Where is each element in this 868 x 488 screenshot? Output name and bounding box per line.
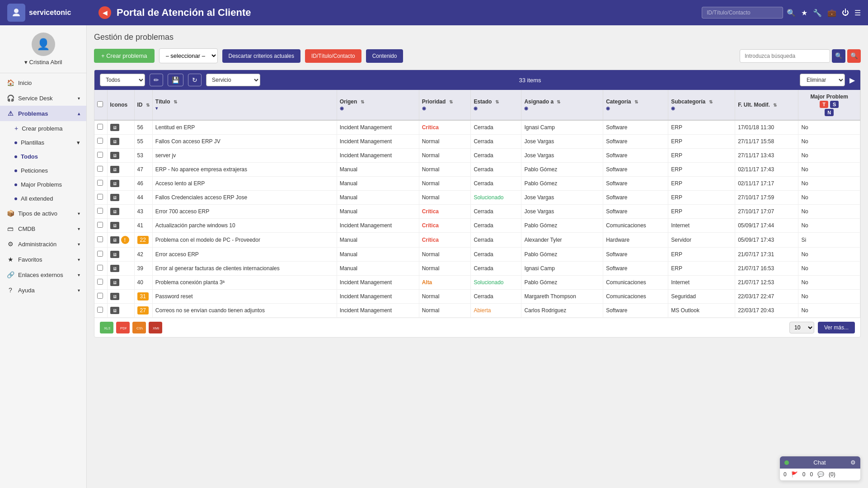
origen-cell: Incident Management <box>337 290 419 304</box>
prioridad-cell: Normal <box>419 304 471 318</box>
export-csv-button[interactable]: CSV <box>132 322 146 333</box>
row-checkbox[interactable] <box>97 251 103 257</box>
chat-count-3: 0 <box>810 471 813 478</box>
service-select[interactable]: Servicio <box>206 74 260 86</box>
fecha-cell: 22/03/17 20:43 <box>735 304 798 318</box>
sidebar-item-service-desk[interactable]: 🎧 Service Desk ▾ <box>0 90 86 106</box>
origen-cell: Manual <box>337 191 419 205</box>
menu-icon[interactable]: ☰ <box>854 9 861 17</box>
row-checkbox[interactable] <box>97 279 103 285</box>
ver-mas-button[interactable]: Ver más... <box>818 322 855 333</box>
warning-badge-icon: ! <box>121 236 129 244</box>
select-all-checkbox[interactable] <box>97 101 103 107</box>
sidebar-item-enlaces-externos[interactable]: 🔗 Enlaces externos ▾ <box>0 267 86 282</box>
sidebar-item-peticiones[interactable]: Peticiones <box>0 164 86 178</box>
row-checkbox[interactable] <box>97 293 103 299</box>
search-input[interactable] <box>740 49 830 63</box>
sidebar-item-plantillas[interactable]: Plantillas ▾ <box>0 136 86 150</box>
estado-cell: Abierta <box>471 304 521 318</box>
sidebar-item-major-problems[interactable]: Major Problems <box>0 178 86 192</box>
sidebar-item-cmdb[interactable]: 🗃 CMDB ▾ <box>0 221 86 236</box>
row-checkbox[interactable] <box>97 152 103 158</box>
row-checkbox[interactable] <box>97 307 103 313</box>
refresh-filter-button[interactable]: ↻ <box>188 74 202 86</box>
export-pdf-button[interactable]: PDF <box>116 322 130 333</box>
th-fecha: F. Ult. Modif. ⇅ <box>735 90 798 120</box>
collapse-button[interactable]: ◀ <box>99 6 111 19</box>
major-cell: No <box>798 276 860 290</box>
search-icon[interactable]: 🔍 <box>787 9 796 17</box>
pagination-area: 10 25 50 100 Ver más... <box>789 322 855 333</box>
prioridad-cell: Normal <box>419 191 471 205</box>
id-titulo-button[interactable]: ID/Título/Contacto <box>305 49 361 63</box>
sidebar-item-crear-problema[interactable]: + Crear problema <box>0 121 86 136</box>
filter-all-select[interactable]: Todos <box>100 74 145 86</box>
per-page-select[interactable]: 10 25 50 100 <box>789 322 814 333</box>
origen-cell: Manual <box>337 163 419 177</box>
monitor-icon: 🖥 <box>110 152 119 159</box>
sidebar-item-all-extended[interactable]: All extended <box>0 192 86 206</box>
sidebar-item-problemas[interactable]: ⚠ Problemas ▴ <box>0 106 86 121</box>
subcategoria-cell: ERP <box>668 163 735 177</box>
sidebar-item-todos[interactable]: Todos <box>0 150 86 164</box>
sidebar-item-ayuda[interactable]: ? Ayuda ▾ <box>0 282 86 298</box>
sidebar-label-problemas: Problemas <box>18 110 48 117</box>
estado-cell: Cerrada <box>471 135 521 149</box>
subcategoria-cell: Seguridad <box>668 290 735 304</box>
row-checkbox[interactable] <box>97 265 103 271</box>
advanced-search-button[interactable]: 🔍 <box>847 49 861 63</box>
categoria-cell: Comunicaciones <box>603 276 668 290</box>
row-checkbox[interactable] <box>97 222 103 228</box>
table-header-row: Iconos ID ⇅ Título ⇅▾ Origen ⇅◉ Priorida… <box>94 90 860 120</box>
star-icon[interactable]: ★ <box>801 9 807 17</box>
table-row: 🖥 39 Error al generar facturas de client… <box>94 262 860 276</box>
contenido-button[interactable]: Contenido <box>366 49 404 63</box>
export-xls-button[interactable]: XLS <box>100 322 113 333</box>
svg-text:XLS: XLS <box>104 326 110 330</box>
page-title: Gestión de problemas <box>94 33 861 42</box>
prioridad-cell: Crítica <box>419 233 471 248</box>
th-id: ID ⇅ <box>134 90 152 120</box>
major-cell: No <box>798 120 860 135</box>
save-filter-button[interactable]: 💾 <box>168 74 183 86</box>
row-checkbox[interactable] <box>97 124 103 130</box>
chat-settings-icon[interactable]: ⚙ <box>850 459 856 466</box>
row-checkbox[interactable] <box>97 180 103 186</box>
eliminar-select[interactable]: Eliminar <box>800 74 845 86</box>
row-checkbox[interactable] <box>97 194 103 200</box>
prioridad-cell: Normal <box>419 149 471 163</box>
next-button[interactable]: ▶ <box>849 76 855 84</box>
origen-cell: Manual <box>337 262 419 276</box>
home-icon: 🏠 <box>6 79 14 86</box>
search-button[interactable]: 🔍 <box>832 49 845 63</box>
sidebar-item-inicio[interactable]: 🏠 Inicio <box>0 75 86 90</box>
sidebar-item-administracion[interactable]: ⚙ Administración ▾ <box>0 236 86 252</box>
row-checkbox-cell <box>94 304 107 318</box>
origen-cell: Incident Management <box>337 135 419 149</box>
asignado-cell: Jose Vargas <box>521 135 603 149</box>
power-icon[interactable]: ⏻ <box>842 9 849 17</box>
subcategoria-cell: Internet <box>668 219 735 233</box>
row-checkbox[interactable] <box>97 208 103 214</box>
wrench-icon[interactable]: 🔧 <box>813 9 822 17</box>
row-checkbox-cell <box>94 135 107 149</box>
row-checkbox[interactable] <box>97 236 103 242</box>
action-select[interactable]: – seleccionar – <box>159 48 218 63</box>
table-row: 🖥 ! 22 Problema con el modelo de PC - Pr… <box>94 233 860 248</box>
create-problem-button[interactable]: + Crear problema <box>94 49 155 63</box>
header-search-input[interactable] <box>702 7 783 19</box>
row-checkbox[interactable] <box>97 138 103 144</box>
table-row: 🖥 41 Actualización parche windows 10 Inc… <box>94 219 860 233</box>
sidebar-item-tipos-activo[interactable]: 📦 Tipos de activo ▾ <box>0 206 86 221</box>
row-checkbox[interactable] <box>97 166 103 172</box>
categoria-cell: Software <box>603 149 668 163</box>
sidebar-label-todos: Todos <box>21 153 38 160</box>
export-xml-button[interactable]: XML <box>149 322 162 333</box>
edit-filter-button[interactable]: ✏ <box>150 74 163 86</box>
asignado-cell: Alexander Tyler <box>521 233 603 248</box>
discard-criteria-button[interactable]: Descartar criterios actuales <box>222 49 300 63</box>
id-cell: 44 <box>134 191 152 205</box>
briefcase-icon[interactable]: 💼 <box>827 9 836 17</box>
th-estado: Estado ⇅◉ <box>471 90 521 120</box>
sidebar-item-favoritos[interactable]: ★ Favoritos ▾ <box>0 252 86 267</box>
